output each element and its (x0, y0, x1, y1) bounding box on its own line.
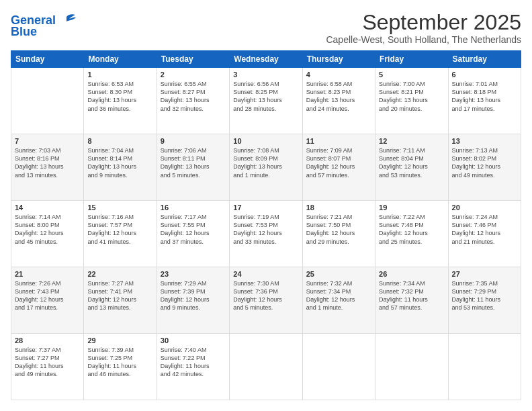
day-number: 22 (87, 270, 152, 278)
day-number: 14 (15, 203, 80, 212)
logo-bird-icon (57, 13, 76, 27)
day-number: 5 (379, 71, 444, 79)
col-friday: Friday (375, 51, 448, 68)
cell-content: Sunrise: 7:09 AM Sunset: 8:07 PM Dayligh… (306, 146, 371, 179)
cell-content: Sunrise: 7:35 AM Sunset: 7:29 PM Dayligh… (452, 279, 517, 312)
cell-content: Sunrise: 7:39 AM Sunset: 7:25 PM Dayligh… (87, 346, 152, 379)
cell-content: Sunrise: 6:55 AM Sunset: 8:27 PM Dayligh… (161, 80, 226, 113)
table-row: 15Sunrise: 7:16 AM Sunset: 7:57 PM Dayli… (84, 201, 157, 267)
cell-content: Sunrise: 7:11 AM Sunset: 8:04 PM Dayligh… (379, 146, 444, 179)
cell-content: Sunrise: 7:21 AM Sunset: 7:50 PM Dayligh… (306, 213, 371, 246)
table-row: 30Sunrise: 7:40 AM Sunset: 7:22 PM Dayli… (157, 334, 229, 400)
calendar-week-2: 7Sunrise: 7:03 AM Sunset: 8:16 PM Daylig… (11, 134, 521, 201)
location: Capelle-West, South Holland, The Netherl… (326, 34, 521, 45)
day-number: 21 (15, 270, 80, 278)
cell-content: Sunrise: 7:27 AM Sunset: 7:41 PM Dayligh… (87, 279, 152, 312)
header: General Blue September 2025 Capelle-West… (11, 11, 521, 45)
table-row: 14Sunrise: 7:14 AM Sunset: 8:00 PM Dayli… (11, 201, 84, 267)
table-row: 26Sunrise: 7:34 AM Sunset: 7:32 PM Dayli… (375, 267, 448, 334)
calendar-week-4: 21Sunrise: 7:26 AM Sunset: 7:43 PM Dayli… (11, 267, 521, 334)
day-number: 19 (379, 203, 444, 212)
table-row: 27Sunrise: 7:35 AM Sunset: 7:29 PM Dayli… (448, 267, 521, 334)
day-number: 9 (161, 137, 226, 145)
day-number: 6 (452, 71, 517, 79)
cell-content: Sunrise: 7:04 AM Sunset: 8:14 PM Dayligh… (87, 146, 152, 179)
col-wednesday: Wednesday (230, 51, 302, 68)
cell-content: Sunrise: 7:40 AM Sunset: 7:22 PM Dayligh… (161, 346, 226, 379)
table-row: 25Sunrise: 7:32 AM Sunset: 7:34 PM Dayli… (302, 267, 375, 334)
cell-content: Sunrise: 7:14 AM Sunset: 8:00 PM Dayligh… (15, 213, 80, 246)
calendar-week-3: 14Sunrise: 7:14 AM Sunset: 8:00 PM Dayli… (11, 201, 521, 267)
cell-content: Sunrise: 7:37 AM Sunset: 7:27 PM Dayligh… (15, 346, 80, 379)
cell-content: Sunrise: 6:53 AM Sunset: 8:30 PM Dayligh… (87, 80, 152, 113)
col-monday: Monday (84, 51, 157, 68)
logo-text-blue: Blue (11, 26, 76, 38)
col-thursday: Thursday (302, 51, 375, 68)
day-number: 18 (306, 203, 371, 212)
day-number: 10 (233, 137, 298, 145)
day-number: 1 (87, 71, 152, 79)
table-row: 21Sunrise: 7:26 AM Sunset: 7:43 PM Dayli… (11, 267, 84, 334)
day-number: 23 (161, 270, 226, 278)
table-row: 6Sunrise: 7:01 AM Sunset: 8:18 PM Daylig… (448, 68, 521, 134)
cell-content: Sunrise: 7:22 AM Sunset: 7:48 PM Dayligh… (379, 213, 444, 246)
cell-content: Sunrise: 6:56 AM Sunset: 8:25 PM Dayligh… (233, 80, 298, 113)
table-row: 20Sunrise: 7:24 AM Sunset: 7:46 PM Dayli… (448, 201, 521, 267)
cell-content: Sunrise: 7:00 AM Sunset: 8:21 PM Dayligh… (379, 80, 444, 113)
table-row: 5Sunrise: 7:00 AM Sunset: 8:21 PM Daylig… (375, 68, 448, 134)
title-section: September 2025 Capelle-West, South Holla… (326, 11, 521, 45)
cell-content: Sunrise: 7:13 AM Sunset: 8:02 PM Dayligh… (452, 146, 517, 179)
table-row: 1Sunrise: 6:53 AM Sunset: 8:30 PM Daylig… (84, 68, 157, 134)
cell-content: Sunrise: 7:34 AM Sunset: 7:32 PM Dayligh… (379, 279, 444, 312)
table-row (11, 68, 84, 134)
cell-content: Sunrise: 7:03 AM Sunset: 8:16 PM Dayligh… (15, 146, 80, 179)
col-saturday: Saturday (448, 51, 521, 68)
day-number: 4 (306, 71, 371, 79)
month-title: September 2025 (326, 11, 521, 34)
cell-content: Sunrise: 7:19 AM Sunset: 7:53 PM Dayligh… (233, 213, 298, 246)
day-number: 15 (87, 203, 152, 212)
cell-content: Sunrise: 7:17 AM Sunset: 7:55 PM Dayligh… (161, 213, 226, 246)
col-tuesday: Tuesday (157, 51, 229, 68)
table-row: 3Sunrise: 6:56 AM Sunset: 8:25 PM Daylig… (230, 68, 302, 134)
day-number: 20 (452, 203, 517, 212)
table-row (375, 334, 448, 400)
day-number: 7 (15, 137, 80, 145)
logo: General Blue (11, 13, 76, 38)
cell-content: Sunrise: 7:30 AM Sunset: 7:36 PM Dayligh… (233, 279, 298, 312)
table-row (448, 334, 521, 400)
day-number: 26 (379, 270, 444, 278)
cell-content: Sunrise: 7:24 AM Sunset: 7:46 PM Dayligh… (452, 213, 517, 246)
table-row: 24Sunrise: 7:30 AM Sunset: 7:36 PM Dayli… (230, 267, 302, 334)
day-number: 12 (379, 137, 444, 145)
day-number: 17 (233, 203, 298, 212)
calendar-week-1: 1Sunrise: 6:53 AM Sunset: 8:30 PM Daylig… (11, 68, 521, 134)
cell-content: Sunrise: 7:08 AM Sunset: 8:09 PM Dayligh… (233, 146, 298, 179)
table-row: 29Sunrise: 7:39 AM Sunset: 7:25 PM Dayli… (84, 334, 157, 400)
calendar-table: Sunday Monday Tuesday Wednesday Thursday… (11, 50, 521, 400)
day-number: 25 (306, 270, 371, 278)
cell-content: Sunrise: 7:06 AM Sunset: 8:11 PM Dayligh… (161, 146, 226, 179)
table-row: 23Sunrise: 7:29 AM Sunset: 7:39 PM Dayli… (157, 267, 229, 334)
table-row: 16Sunrise: 7:17 AM Sunset: 7:55 PM Dayli… (157, 201, 229, 267)
day-number: 2 (161, 71, 226, 79)
table-row: 8Sunrise: 7:04 AM Sunset: 8:14 PM Daylig… (84, 134, 157, 201)
cell-content: Sunrise: 7:01 AM Sunset: 8:18 PM Dayligh… (452, 80, 517, 113)
day-number: 16 (161, 203, 226, 212)
table-row: 2Sunrise: 6:55 AM Sunset: 8:27 PM Daylig… (157, 68, 229, 134)
day-number: 8 (87, 137, 152, 145)
day-number: 28 (15, 336, 80, 345)
table-row: 11Sunrise: 7:09 AM Sunset: 8:07 PM Dayli… (302, 134, 375, 201)
page: General Blue September 2025 Capelle-West… (0, 0, 532, 411)
cell-content: Sunrise: 7:26 AM Sunset: 7:43 PM Dayligh… (15, 279, 80, 312)
table-row: 13Sunrise: 7:13 AM Sunset: 8:02 PM Dayli… (448, 134, 521, 201)
day-number: 30 (161, 336, 226, 345)
day-number: 11 (306, 137, 371, 145)
calendar-week-5: 28Sunrise: 7:37 AM Sunset: 7:27 PM Dayli… (11, 334, 521, 400)
table-row (230, 334, 302, 400)
day-number: 29 (87, 336, 152, 345)
table-row: 12Sunrise: 7:11 AM Sunset: 8:04 PM Dayli… (375, 134, 448, 201)
cell-content: Sunrise: 7:29 AM Sunset: 7:39 PM Dayligh… (161, 279, 226, 312)
table-row: 17Sunrise: 7:19 AM Sunset: 7:53 PM Dayli… (230, 201, 302, 267)
cell-content: Sunrise: 6:58 AM Sunset: 8:23 PM Dayligh… (306, 80, 371, 113)
